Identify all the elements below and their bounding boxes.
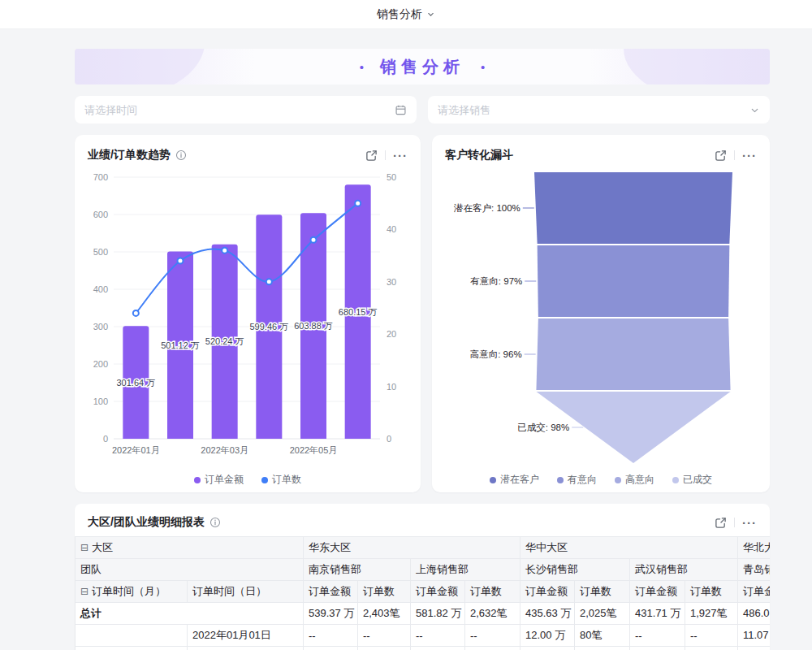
legend-item[interactable]: 已成交 [672, 473, 712, 487]
legend-item[interactable]: 订单数 [261, 473, 301, 487]
page: • 销售分析 • 业绩/订单数趋势 [75, 49, 770, 650]
legend-label: 潜在客户 [500, 473, 539, 487]
line-point[interactable] [355, 201, 361, 206]
funnel-stage-label: 有意向: 97% [470, 276, 522, 286]
y-axis-tick-left: 400 [93, 284, 108, 294]
collapse-icon[interactable]: ⊟ [80, 586, 89, 597]
header-cell: 华北大区 [738, 537, 771, 559]
funnel-segment[interactable] [534, 172, 732, 244]
data-cell: 539.37 万 [304, 603, 358, 625]
collapse-icon[interactable]: ⊟ [80, 542, 89, 553]
export-icon[interactable] [715, 517, 727, 529]
data-cell: -- [685, 625, 738, 647]
line-point[interactable] [178, 258, 184, 264]
header-cell: 订单金额 [411, 581, 465, 603]
data-cell: 总计 [76, 603, 304, 625]
export-icon[interactable] [715, 150, 727, 162]
pivot-table: ⊟大区华东大区华中大区华北大区团队南京销售部上海销售部长沙销售部武汉销售部青岛销… [75, 536, 770, 650]
bar-value-label: 501.12 万 [161, 340, 200, 350]
sales-filter-input[interactable] [438, 104, 749, 116]
funnel-stage-label: 已成交: 98% [517, 422, 569, 432]
data-cell: 11.07 万 [738, 625, 771, 647]
banner-dot-right: • [481, 60, 485, 74]
metric-value: 539.37 万 [309, 607, 354, 619]
line-point[interactable] [222, 248, 227, 254]
legend-item[interactable]: 高意向 [615, 473, 654, 487]
legend-dot [261, 477, 268, 483]
more-menu-icon[interactable]: ··· [742, 517, 757, 529]
chart-cards-row: 业绩/订单数趋势 ··· 010020030040050060070001020… [75, 135, 770, 492]
legend-label: 高意向 [625, 473, 654, 487]
data-cell: -- [358, 625, 411, 647]
table-row: 2022年01月02日--------22.05 万90笔------ [76, 647, 771, 650]
funnel-stage-label: 高意向: 96% [470, 349, 522, 359]
filter-row [75, 96, 770, 124]
line-point[interactable] [311, 237, 317, 243]
header-cell: 长沙销售部 [520, 559, 630, 581]
legend-label: 有意向 [568, 473, 597, 487]
data-cell: -- [304, 647, 358, 650]
divider [385, 150, 386, 160]
legend-dot [557, 477, 564, 483]
y-axis-tick-right: 30 [387, 277, 396, 287]
data-cell: -- [411, 625, 465, 647]
month-col-label: 订单时间（月） [92, 585, 166, 597]
data-cell: -- [465, 625, 520, 647]
header-cell: 华中大区 [520, 537, 738, 559]
trend-chart: 0100200300400500600700010203040502022年01… [88, 164, 408, 468]
legend-item[interactable]: 潜在客户 [490, 473, 539, 487]
legend-item[interactable]: 有意向 [557, 473, 597, 487]
funnel-segment[interactable] [538, 245, 730, 317]
x-axis-tick: 2022年05月 [290, 445, 338, 455]
export-icon[interactable] [365, 150, 378, 162]
data-cell: 12.00 万 [520, 625, 575, 647]
sales-filter[interactable] [428, 96, 770, 124]
page-title-dropdown[interactable]: 销售分析 [377, 7, 435, 22]
metric-value: 80笔 [580, 629, 602, 641]
bar-value-label: 680.15 万 [339, 307, 378, 317]
table-row: ⊟订单时间（月）订单时间（日）订单金额订单数订单金额订单数订单金额订单数订单金额… [76, 581, 771, 603]
table-row: 2022年01月01日--------12.00 万80笔----11.07 万 [76, 625, 771, 647]
info-icon[interactable] [175, 150, 187, 161]
y-axis-tick-left: 300 [93, 322, 108, 332]
funnel-chart: 潜在客户: 100%有意向: 97%高意向: 96%已成交: 98% [445, 164, 757, 468]
time-filter[interactable] [75, 96, 417, 124]
metric-label: 订单金额 [635, 585, 677, 597]
y-axis-tick-left: 500 [93, 247, 108, 257]
time-filter-input[interactable] [84, 104, 395, 116]
funnel-segment[interactable] [536, 318, 730, 390]
header-cell: 南京销售部 [304, 559, 411, 581]
more-menu-icon[interactable]: ··· [742, 150, 757, 162]
metric-value: 1,927笔 [690, 607, 728, 619]
region-label: 华东大区 [309, 541, 351, 553]
table-row: ⊟大区华东大区华中大区华北大区 [76, 537, 771, 559]
banner: • 销售分析 • [75, 49, 770, 84]
data-cell: 90笔 [575, 647, 630, 650]
pivot-table-scroll-area[interactable]: ⊟大区华东大区华中大区华北大区团队南京销售部上海销售部长沙销售部武汉销售部青岛销… [75, 536, 770, 650]
line-point[interactable] [266, 279, 272, 284]
y-axis-tick-left: 100 [93, 396, 108, 406]
total-label: 总计 [80, 607, 102, 619]
bar-value-label: 520.24 万 [205, 336, 244, 346]
data-cell: 581.82 万 [411, 603, 465, 625]
team-label: 上海销售部 [416, 563, 469, 575]
metric-value: -- [309, 630, 316, 642]
trend-card: 业绩/订单数趋势 ··· 010020030040050060070001020… [75, 135, 421, 492]
data-cell: 435.63 万 [520, 603, 575, 625]
legend-dot [672, 477, 679, 483]
data-cell: 22.05 万 [520, 647, 575, 650]
data-cell: 486.0 万 [738, 603, 771, 625]
data-cell: -- [630, 647, 685, 650]
legend-item[interactable]: 订单金额 [194, 473, 244, 487]
legend-dot [490, 477, 496, 483]
bar-value-label: 603.88 万 [294, 321, 333, 331]
banner-dot-left: • [360, 60, 364, 74]
data-cell: 2,403笔 [358, 603, 411, 625]
line-point[interactable] [133, 310, 139, 316]
more-menu-icon[interactable]: ··· [393, 150, 408, 162]
info-icon[interactable] [209, 517, 221, 528]
header-cell: 武汉销售部 [630, 559, 738, 581]
data-cell: 2,025笔 [575, 603, 630, 625]
x-axis-tick: 2022年01月 [112, 445, 160, 455]
metric-value: 431.71 万 [635, 607, 680, 619]
